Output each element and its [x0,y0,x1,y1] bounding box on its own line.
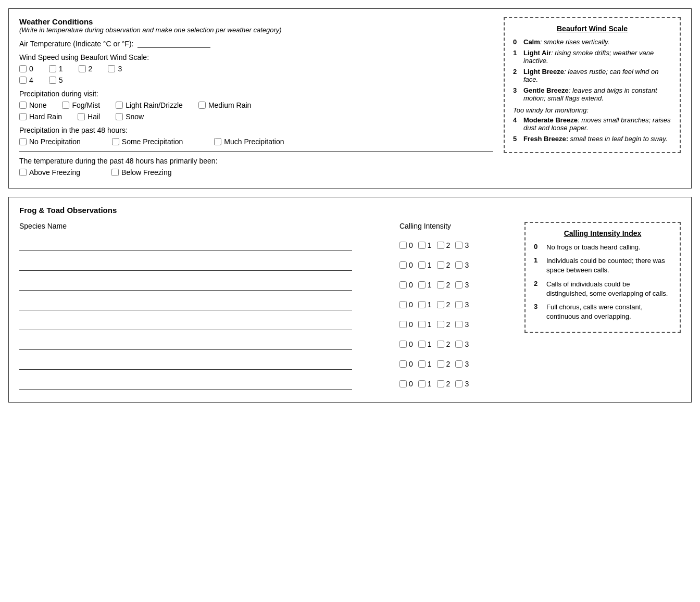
air-temp-row: Air Temperature (Indicate °C or °F): [19,39,493,48]
int-6-0[interactable]: 0 [399,340,413,348]
int-1-0[interactable]: 0 [399,241,413,249]
int-6-1[interactable]: 1 [418,340,432,348]
past48-much[interactable]: Much Precipitation [214,137,284,146]
calling-desc-1: Individuals could be counted; there was … [546,256,671,275]
intensity-row-3: 0 1 2 3 [399,275,514,295]
precip-none[interactable]: None [19,101,46,109]
intensity-row-2: 0 1 2 3 [399,255,514,275]
past48-some[interactable]: Some Precipitation [112,137,183,146]
beaufort-num-3: 3 [513,86,521,94]
species-line-8 [19,374,352,390]
int-1-3[interactable]: 3 [455,241,469,249]
calling-1: 1 Individuals could be counted; there wa… [534,256,671,275]
divider1 [19,151,493,152]
precipitation-label: Precipitation during visit: [19,90,493,98]
wind-speed-row1: 0 1 2 3 [19,65,493,73]
beaufort-0: 0 Calm: smoke rises vertically. [513,38,671,46]
precip-snow[interactable]: Snow [116,112,144,121]
int-4-3[interactable]: 3 [455,300,469,309]
species-line-2 [19,255,352,271]
species-line-1 [19,235,352,251]
int-4-2[interactable]: 2 [437,300,451,309]
past48-row: No Precipitation Some Precipitation Much… [19,137,493,146]
int-3-0[interactable]: 0 [399,281,413,289]
past48-none[interactable]: No Precipitation [19,137,81,146]
int-6-3[interactable]: 3 [455,340,469,348]
precip-hard-rain[interactable]: Hard Rain [19,112,62,121]
precip-light-rain[interactable]: Light Rain/Drizzle [116,101,183,109]
frog-section: Frog & Toad Observations Species Name Ca… [8,197,692,403]
int-8-0[interactable]: 0 [399,380,413,388]
int-7-2[interactable]: 2 [437,360,451,368]
intensity-row-8: 0 1 2 3 [399,374,514,394]
beaufort-box: Beaufort Wind Scale 0 Calm: smoke rises … [504,17,681,180]
wind-cb-0[interactable]: 0 [19,65,33,73]
intensity-col-title: Calling Intensity [399,222,514,230]
int-7-1[interactable]: 1 [418,360,432,368]
calling-num-2: 2 [534,280,542,287]
air-temp-input[interactable] [138,39,210,48]
wind-cb-3[interactable]: 3 [108,65,122,73]
beaufort-num-4: 4 [513,116,521,124]
species-line-6 [19,334,352,350]
past48-label: Precipitation in the past 48 hours: [19,126,493,134]
int-4-0[interactable]: 0 [399,300,413,309]
temp48-below[interactable]: Below Freezing [111,168,172,177]
int-6-2[interactable]: 2 [437,340,451,348]
calling-2: 2 Calls of individuals could be distingu… [534,280,671,298]
int-5-2[interactable]: 2 [437,320,451,329]
species-line-7 [19,354,352,370]
int-2-2[interactable]: 2 [437,261,451,269]
wind-cb-1[interactable]: 1 [49,65,63,73]
species-col-title: Species Name [19,222,389,230]
frog-intensity-col: Calling Intensity 0 1 2 3 0 1 2 3 0 1 2 … [399,222,514,394]
int-8-1[interactable]: 1 [418,380,432,388]
precip-hail[interactable]: Hail [78,112,100,121]
precip-fog[interactable]: Fog/Mist [62,101,100,109]
int-7-3[interactable]: 3 [455,360,469,368]
precip-row2: Hard Rain Hail Snow [19,112,493,121]
weather-section: Weather Conditions (Write in temperature… [8,8,692,189]
intensity-row-5: 0 1 2 3 [399,315,514,334]
int-2-3[interactable]: 3 [455,261,469,269]
calling-num-3: 3 [534,303,542,310]
precip-row1: None Fog/Mist Light Rain/Drizzle Medium … [19,101,493,109]
beaufort-4: 4 Moderate Breeze: moves small branches;… [513,116,671,132]
int-5-1[interactable]: 1 [418,320,432,329]
species-line-3 [19,275,352,291]
beaufort-num-0: 0 [513,38,521,46]
int-3-3[interactable]: 3 [455,281,469,289]
frog-species-col: Species Name [19,222,389,394]
temp48-label: The temperature during the past 48 hours… [19,157,493,165]
air-temp-label: Air Temperature (Indicate °C or °F): [19,40,133,48]
beaufort-5: 5 Fresh Breeze: small trees in leaf begi… [513,135,671,143]
int-2-0[interactable]: 0 [399,261,413,269]
wind-cb-5[interactable]: 5 [49,76,63,84]
beaufort-num-1: 1 [513,49,521,57]
int-2-1[interactable]: 1 [418,261,432,269]
int-1-1[interactable]: 1 [418,241,432,249]
int-4-1[interactable]: 1 [418,300,432,309]
int-8-3[interactable]: 3 [455,380,469,388]
calling-desc-3: Full chorus, calls were constant, contin… [546,303,671,321]
precip-medium-rain[interactable]: Medium Rain [198,101,251,109]
temp48-above[interactable]: Above Freezing [19,168,80,177]
int-1-2[interactable]: 2 [437,241,451,249]
int-3-1[interactable]: 1 [418,281,432,289]
int-3-2[interactable]: 2 [437,281,451,289]
calling-index-title: Calling Intensity Index [534,229,671,237]
too-windy-label: Too windy for monitoring: [513,106,671,114]
wind-cb-2[interactable]: 2 [79,65,93,73]
calling-index-dashed: Calling Intensity Index 0 No frogs or to… [524,222,681,333]
calling-0: 0 No frogs or toads heard calling. [534,243,671,252]
int-7-0[interactable]: 0 [399,360,413,368]
beaufort-dashed: Beaufort Wind Scale 0 Calm: smoke rises … [504,17,681,153]
beaufort-1: 1 Light Air: rising smoke drifts; weathe… [513,49,671,65]
int-5-0[interactable]: 0 [399,320,413,329]
species-line-5 [19,315,352,330]
wind-cb-4[interactable]: 4 [19,76,33,84]
int-8-2[interactable]: 2 [437,380,451,388]
calling-3: 3 Full chorus, calls were constant, cont… [534,303,671,321]
int-5-3[interactable]: 3 [455,320,469,329]
calling-desc-2: Calls of individuals could be distinguis… [546,280,671,298]
